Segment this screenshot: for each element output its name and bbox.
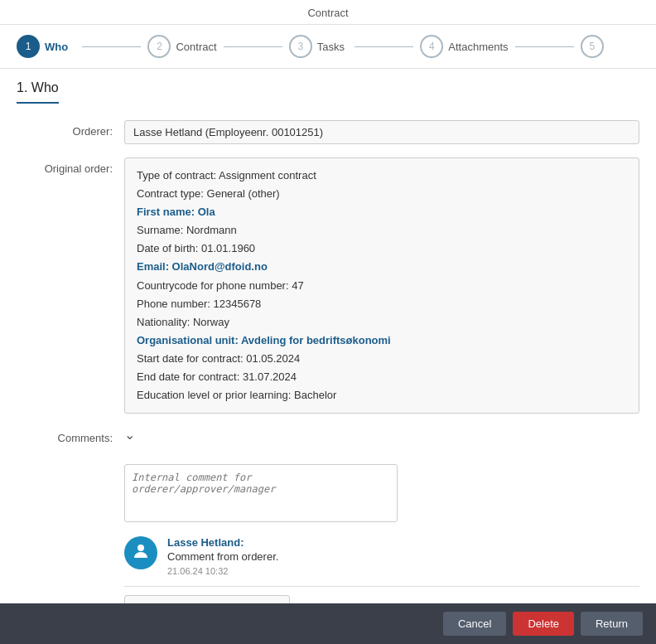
delete-button[interactable]: Delete [513,612,574,636]
chevron-down-icon: ⌄ [124,427,135,443]
order-line: Phone number: 12345678 [137,295,627,313]
orderer-label: Orderer: [17,120,124,138]
comment-author: Lasse Hetland: [167,536,639,549]
step-label-1: Who [45,41,68,53]
order-line: Start date for contract: 01.05.2024 [137,350,627,368]
step-line-2-3 [224,46,282,47]
comments-toggle[interactable]: ⌄ [124,427,639,443]
original-order-label: Original order: [17,157,124,175]
step-circle-2: 2 [147,35,171,58]
avatar [124,536,157,569]
orderer-input[interactable] [124,120,639,144]
orderer-value-container [124,120,639,144]
step-label-2: Contract [176,41,216,53]
order-line: End date for contract: 31.07.2024 [137,368,627,386]
comments-toggle-container[interactable]: ⌄ [124,427,639,443]
step-circle-3: 3 [289,35,312,58]
partial-input-container [124,595,639,603]
step-circle-1: 1 [17,35,40,58]
step-line-3-4 [355,46,413,47]
comment-textarea[interactable] [124,464,398,522]
step-3[interactable]: 3 Tasks [289,35,348,58]
partial-label [17,595,124,600]
partial-section [17,595,639,603]
order-line: Email: OlaNord@dfoid.no [137,258,627,276]
step-circle-5: 5 [581,35,604,58]
step-5[interactable]: 5 [581,35,639,58]
cancel-button[interactable]: Cancel [443,612,506,636]
action-bar: Cancel Delete Return [0,603,656,644]
order-line: Organisational unit: Avdeling for bedrif… [137,332,627,350]
user-icon [131,541,151,565]
order-line: Date of birth: 01.01.1960 [137,240,627,258]
comment-divider [124,586,639,587]
original-order-box-container: Type of contract: Assignment contractCon… [124,157,639,414]
orderer-row: Orderer: [17,120,639,144]
comment-thread: Lasse Hetland: Comment from orderer. 21.… [124,536,639,576]
order-line: Surname: Nordmann [137,221,627,240]
order-line: Countrycode for phone number: 47 [137,277,627,295]
page-title: Contract [0,0,656,25]
order-line: Contract type: General (other) [137,185,627,203]
comments-row: Comments: ⌄ [17,427,639,444]
step-4[interactable]: 4 Attachments [420,35,508,58]
svg-point-0 [137,545,144,551]
partial-input[interactable] [124,595,290,603]
stepper: 1 Who 2 Contract 3 Tasks 4 Attachments 5 [0,25,656,69]
return-button[interactable]: Return [581,612,643,636]
original-order-box: Type of contract: Assignment contractCon… [124,157,639,414]
partial-row [17,595,639,603]
order-line: Nationality: Norway [137,313,627,332]
step-label-3: Tasks [317,41,345,53]
step-line-1-2 [82,46,141,47]
original-order-row: Original order: Type of contract: Assign… [17,157,639,414]
order-line: Type of contract: Assignment contract [137,167,627,185]
step-2[interactable]: 2 Contract [147,35,216,58]
order-line: Education level or prior learning: Bache… [137,386,627,404]
comment-text: Comment from orderer. [167,550,639,563]
main-content: 1. Who Orderer: Original order: Type of … [0,69,656,603]
step-line-4-5 [515,46,574,47]
comment-time: 21.06.24 10:32 [167,566,639,576]
order-line: First name: Ola [137,203,627,221]
section-heading: 1. Who [17,69,59,104]
comment-body: Lasse Hetland: Comment from orderer. 21.… [167,536,639,576]
step-circle-4: 4 [420,35,443,58]
step-1[interactable]: 1 Who [17,35,75,58]
comments-label: Comments: [17,427,124,444]
step-label-4: Attachments [448,41,508,53]
